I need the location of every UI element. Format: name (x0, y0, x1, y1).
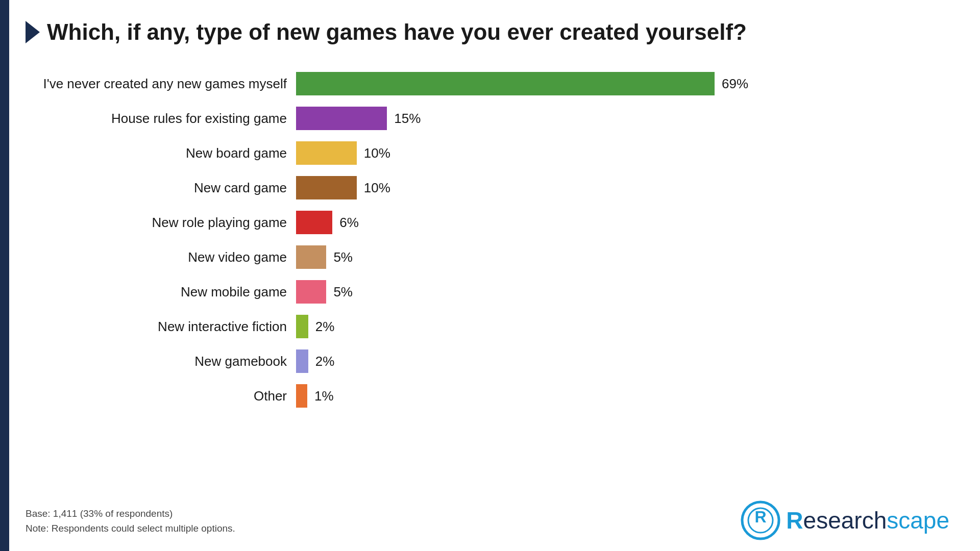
bar-label: New mobile game (26, 284, 296, 300)
bar-fill (296, 211, 332, 234)
footer-notes: Base: 1,411 (33% of respondents) Note: R… (26, 507, 235, 536)
bar-label: New gamebook (26, 354, 296, 369)
bar-fill (296, 176, 357, 199)
bar-percentage: 6% (339, 215, 359, 231)
bar-container: 15% (296, 107, 954, 130)
bar-fill (296, 141, 357, 165)
bar-container: 5% (296, 280, 954, 304)
bar-percentage: 2% (315, 319, 335, 335)
bar-label: House rules for existing game (26, 111, 296, 127)
svg-text:R: R (755, 508, 767, 526)
bar-fill (296, 315, 308, 338)
bar-percentage: 10% (364, 180, 390, 196)
bar-percentage: 2% (315, 354, 335, 369)
chart-area: I've never created any new games myself6… (26, 66, 954, 413)
bar-row: New card game10% (26, 170, 954, 205)
bar-fill (296, 72, 715, 95)
bar-container: 6% (296, 211, 954, 234)
bar-container: 2% (296, 315, 954, 338)
bar-row: New gamebook2% (26, 344, 954, 379)
bar-percentage: 1% (314, 388, 334, 404)
bar-row: New mobile game5% (26, 274, 954, 309)
bar-label: New video game (26, 249, 296, 265)
bar-label: New role playing game (26, 215, 296, 231)
bar-label: I've never created any new games myself (26, 76, 296, 92)
bar-row: I've never created any new games myself6… (26, 66, 954, 101)
footer-line2: Note: Respondents could select multiple … (26, 521, 235, 536)
bar-percentage: 69% (722, 76, 748, 92)
title-area: Which, if any, type of new games have yo… (26, 19, 954, 45)
left-accent-bar (0, 0, 9, 551)
logo-area: R Researchscape (740, 500, 949, 541)
bar-label: New interactive fiction (26, 319, 296, 335)
bar-fill (296, 349, 308, 373)
bar-fill (296, 107, 387, 130)
bar-container: 10% (296, 141, 954, 165)
bar-container: 69% (296, 72, 954, 95)
bar-row: House rules for existing game15% (26, 101, 954, 136)
bar-percentage: 5% (333, 284, 353, 300)
bar-fill (296, 245, 326, 269)
bar-row: New board game10% (26, 136, 954, 170)
footer-line1: Base: 1,411 (33% of respondents) (26, 507, 235, 521)
page-title: Which, if any, type of new games have yo… (47, 19, 747, 45)
bar-row: New video game5% (26, 240, 954, 274)
bar-fill (296, 384, 307, 408)
bar-container: 2% (296, 349, 954, 373)
bar-container: 10% (296, 176, 954, 199)
researchscape-logo-icon: R (740, 500, 781, 541)
bar-label: Other (26, 388, 296, 404)
bar-row: New role playing game6% (26, 205, 954, 240)
bar-fill (296, 280, 326, 304)
bar-percentage: 5% (333, 249, 353, 265)
bar-container: 5% (296, 245, 954, 269)
bar-row: Other1% (26, 379, 954, 413)
bar-label: New card game (26, 180, 296, 196)
bar-percentage: 10% (364, 145, 390, 161)
bar-label: New board game (26, 145, 296, 161)
bar-percentage: 15% (394, 111, 421, 127)
logo-text: Researchscape (786, 507, 949, 534)
bar-container: 1% (296, 384, 954, 408)
bar-row: New interactive fiction2% (26, 309, 954, 344)
title-chevron-icon (26, 21, 40, 43)
